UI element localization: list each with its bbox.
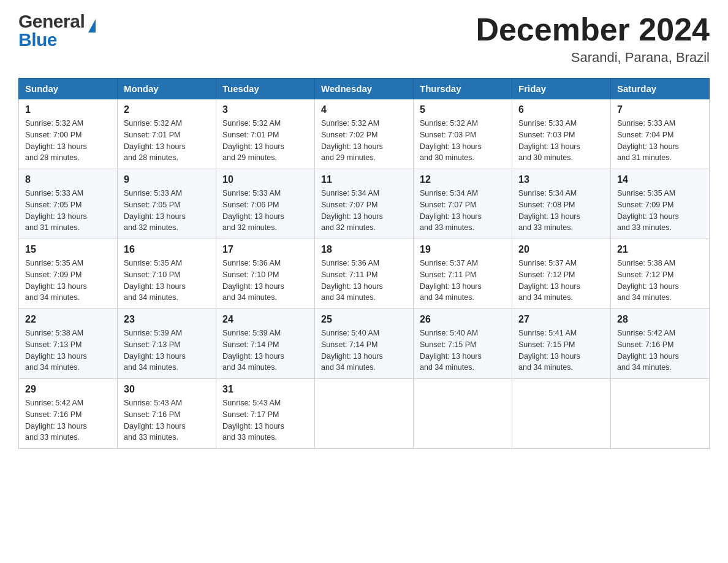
day-info: Sunrise: 5:39 AMSunset: 7:14 PMDaylight:… bbox=[222, 329, 284, 372]
day-info: Sunrise: 5:33 AMSunset: 7:06 PMDaylight:… bbox=[222, 189, 284, 232]
day-number: 22 bbox=[25, 314, 111, 325]
calendar-cell: 7 Sunrise: 5:33 AMSunset: 7:04 PMDayligh… bbox=[611, 99, 710, 169]
calendar-cell: 19 Sunrise: 5:37 AMSunset: 7:11 PMDaylig… bbox=[414, 239, 512, 309]
day-number: 10 bbox=[222, 174, 308, 185]
day-number: 23 bbox=[124, 314, 210, 325]
day-number: 29 bbox=[25, 384, 111, 395]
calendar-cell: 11 Sunrise: 5:34 AMSunset: 7:07 PMDaylig… bbox=[315, 169, 414, 239]
column-header-friday: Friday bbox=[512, 79, 611, 99]
calendar-cell: 2 Sunrise: 5:32 AMSunset: 7:01 PMDayligh… bbox=[118, 99, 216, 169]
calendar-cell: 1 Sunrise: 5:32 AMSunset: 7:00 PMDayligh… bbox=[19, 99, 118, 169]
calendar-week-2: 8 Sunrise: 5:33 AMSunset: 7:05 PMDayligh… bbox=[19, 169, 710, 239]
day-number: 5 bbox=[420, 104, 506, 115]
calendar-week-3: 15 Sunrise: 5:35 AMSunset: 7:09 PMDaylig… bbox=[19, 239, 710, 309]
day-info: Sunrise: 5:34 AMSunset: 7:07 PMDaylight:… bbox=[321, 189, 383, 232]
calendar-cell: 27 Sunrise: 5:41 AMSunset: 7:15 PMDaylig… bbox=[512, 309, 611, 379]
day-info: Sunrise: 5:33 AMSunset: 7:05 PMDaylight:… bbox=[124, 189, 186, 232]
calendar-cell: 14 Sunrise: 5:35 AMSunset: 7:09 PMDaylig… bbox=[611, 169, 710, 239]
column-header-monday: Monday bbox=[118, 79, 216, 99]
calendar-cell: 18 Sunrise: 5:36 AMSunset: 7:11 PMDaylig… bbox=[315, 239, 414, 309]
day-number: 3 bbox=[222, 104, 308, 115]
day-number: 11 bbox=[321, 174, 407, 185]
day-number: 19 bbox=[420, 244, 506, 255]
day-info: Sunrise: 5:38 AMSunset: 7:13 PMDaylight:… bbox=[25, 329, 87, 372]
logo-triangle-icon bbox=[88, 19, 96, 33]
calendar-cell bbox=[512, 379, 611, 449]
day-info: Sunrise: 5:33 AMSunset: 7:05 PMDaylight:… bbox=[25, 189, 87, 232]
calendar-cell: 25 Sunrise: 5:40 AMSunset: 7:14 PMDaylig… bbox=[315, 309, 414, 379]
calendar-cell: 22 Sunrise: 5:38 AMSunset: 7:13 PMDaylig… bbox=[19, 309, 118, 379]
day-number: 9 bbox=[124, 174, 210, 185]
day-info: Sunrise: 5:33 AMSunset: 7:04 PMDaylight:… bbox=[617, 119, 679, 162]
day-number: 18 bbox=[321, 244, 407, 255]
day-number: 7 bbox=[617, 104, 703, 115]
calendar-cell: 23 Sunrise: 5:39 AMSunset: 7:13 PMDaylig… bbox=[118, 309, 216, 379]
day-info: Sunrise: 5:34 AMSunset: 7:08 PMDaylight:… bbox=[518, 189, 580, 232]
calendar-week-1: 1 Sunrise: 5:32 AMSunset: 7:00 PMDayligh… bbox=[19, 99, 710, 169]
calendar-cell bbox=[315, 379, 414, 449]
calendar-week-4: 22 Sunrise: 5:38 AMSunset: 7:13 PMDaylig… bbox=[19, 309, 710, 379]
calendar-body: 1 Sunrise: 5:32 AMSunset: 7:00 PMDayligh… bbox=[19, 99, 710, 449]
day-info: Sunrise: 5:42 AMSunset: 7:16 PMDaylight:… bbox=[25, 399, 87, 442]
day-number: 14 bbox=[617, 174, 703, 185]
day-info: Sunrise: 5:43 AMSunset: 7:17 PMDaylight:… bbox=[222, 399, 284, 442]
calendar-week-5: 29 Sunrise: 5:42 AMSunset: 7:16 PMDaylig… bbox=[19, 379, 710, 449]
calendar-cell: 9 Sunrise: 5:33 AMSunset: 7:05 PMDayligh… bbox=[118, 169, 216, 239]
column-header-sunday: Sunday bbox=[19, 79, 118, 99]
calendar-cell: 12 Sunrise: 5:34 AMSunset: 7:07 PMDaylig… bbox=[414, 169, 512, 239]
day-number: 28 bbox=[617, 314, 703, 325]
day-number: 24 bbox=[222, 314, 308, 325]
day-info: Sunrise: 5:40 AMSunset: 7:14 PMDaylight:… bbox=[321, 329, 383, 372]
day-info: Sunrise: 5:35 AMSunset: 7:09 PMDaylight:… bbox=[25, 259, 87, 302]
calendar-cell: 8 Sunrise: 5:33 AMSunset: 7:05 PMDayligh… bbox=[19, 169, 118, 239]
calendar-cell bbox=[611, 379, 710, 449]
day-number: 13 bbox=[518, 174, 604, 185]
day-number: 31 bbox=[222, 384, 308, 395]
month-title: December 2024 bbox=[476, 12, 710, 47]
day-number: 30 bbox=[124, 384, 210, 395]
day-info: Sunrise: 5:38 AMSunset: 7:12 PMDaylight:… bbox=[617, 259, 679, 302]
day-info: Sunrise: 5:33 AMSunset: 7:03 PMDaylight:… bbox=[518, 119, 580, 162]
day-number: 17 bbox=[222, 244, 308, 255]
day-info: Sunrise: 5:32 AMSunset: 7:00 PMDaylight:… bbox=[25, 119, 87, 162]
calendar-cell: 29 Sunrise: 5:42 AMSunset: 7:16 PMDaylig… bbox=[19, 379, 118, 449]
day-info: Sunrise: 5:32 AMSunset: 7:01 PMDaylight:… bbox=[222, 119, 284, 162]
day-number: 12 bbox=[420, 174, 506, 185]
day-number: 8 bbox=[25, 174, 111, 185]
day-info: Sunrise: 5:39 AMSunset: 7:13 PMDaylight:… bbox=[124, 329, 186, 372]
calendar-cell: 16 Sunrise: 5:35 AMSunset: 7:10 PMDaylig… bbox=[118, 239, 216, 309]
day-number: 16 bbox=[124, 244, 210, 255]
calendar-cell bbox=[414, 379, 512, 449]
calendar-cell: 6 Sunrise: 5:33 AMSunset: 7:03 PMDayligh… bbox=[512, 99, 611, 169]
day-number: 4 bbox=[321, 104, 407, 115]
day-info: Sunrise: 5:36 AMSunset: 7:10 PMDaylight:… bbox=[222, 259, 284, 302]
location-subtitle: Sarandi, Parana, Brazil bbox=[476, 50, 710, 66]
day-info: Sunrise: 5:32 AMSunset: 7:03 PMDaylight:… bbox=[420, 119, 482, 162]
day-info: Sunrise: 5:37 AMSunset: 7:11 PMDaylight:… bbox=[420, 259, 482, 302]
logo-blue: Blue bbox=[18, 31, 85, 49]
column-header-tuesday: Tuesday bbox=[216, 79, 315, 99]
title-block: December 2024 Sarandi, Parana, Brazil bbox=[476, 12, 710, 66]
day-info: Sunrise: 5:43 AMSunset: 7:16 PMDaylight:… bbox=[124, 399, 186, 442]
day-number: 25 bbox=[321, 314, 407, 325]
day-number: 21 bbox=[617, 244, 703, 255]
calendar-cell: 13 Sunrise: 5:34 AMSunset: 7:08 PMDaylig… bbox=[512, 169, 611, 239]
column-header-thursday: Thursday bbox=[414, 79, 512, 99]
day-info: Sunrise: 5:34 AMSunset: 7:07 PMDaylight:… bbox=[420, 189, 482, 232]
calendar-cell: 24 Sunrise: 5:39 AMSunset: 7:14 PMDaylig… bbox=[216, 309, 315, 379]
calendar-cell: 15 Sunrise: 5:35 AMSunset: 7:09 PMDaylig… bbox=[19, 239, 118, 309]
calendar-cell: 26 Sunrise: 5:40 AMSunset: 7:15 PMDaylig… bbox=[414, 309, 512, 379]
page-header: General Blue December 2024 Sarandi, Para… bbox=[18, 12, 710, 66]
calendar-cell: 28 Sunrise: 5:42 AMSunset: 7:16 PMDaylig… bbox=[611, 309, 710, 379]
day-info: Sunrise: 5:42 AMSunset: 7:16 PMDaylight:… bbox=[617, 329, 679, 372]
day-number: 1 bbox=[25, 104, 111, 115]
day-info: Sunrise: 5:41 AMSunset: 7:15 PMDaylight:… bbox=[518, 329, 580, 372]
day-number: 2 bbox=[124, 104, 210, 115]
column-header-wednesday: Wednesday bbox=[315, 79, 414, 99]
day-info: Sunrise: 5:35 AMSunset: 7:10 PMDaylight:… bbox=[124, 259, 186, 302]
day-number: 20 bbox=[518, 244, 604, 255]
calendar-cell: 30 Sunrise: 5:43 AMSunset: 7:16 PMDaylig… bbox=[118, 379, 216, 449]
day-info: Sunrise: 5:32 AMSunset: 7:01 PMDaylight:… bbox=[124, 119, 186, 162]
day-info: Sunrise: 5:35 AMSunset: 7:09 PMDaylight:… bbox=[617, 189, 679, 232]
calendar-cell: 10 Sunrise: 5:33 AMSunset: 7:06 PMDaylig… bbox=[216, 169, 315, 239]
